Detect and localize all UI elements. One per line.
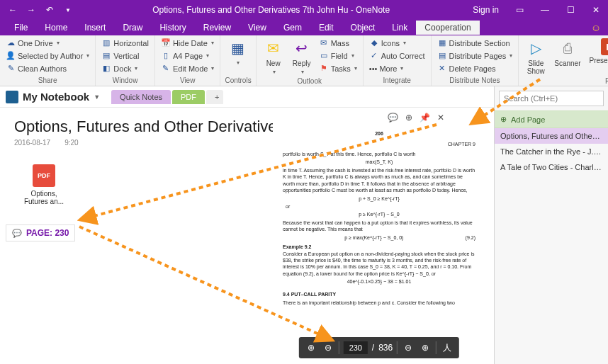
pv-acrobat-icon[interactable]: 人: [441, 342, 454, 354]
horizontal-button[interactable]: ▥Horizontal: [100, 37, 150, 49]
tasks-button[interactable]: ⚑Tasks▾: [317, 62, 359, 74]
menu-home[interactable]: Home: [36, 21, 76, 35]
reply-button[interactable]: ↩Reply▾: [289, 37, 315, 76]
pv-pin-icon[interactable]: 📌: [420, 113, 430, 123]
pv-add-icon[interactable]: ⊕: [405, 113, 412, 123]
horizontal-icon: ▥: [101, 38, 111, 48]
add-page-button[interactable]: ⊕Add Page: [495, 110, 608, 128]
hide-date-button[interactable]: 📅Hide Date▾: [159, 37, 216, 49]
pv-page-sep: /: [372, 343, 374, 353]
page-time: 9:20: [64, 139, 78, 147]
menu-insert[interactable]: Insert: [76, 21, 114, 35]
notebook-header: My Notebook ▼ Quick Notes PDF +: [0, 86, 494, 108]
minimize-icon[interactable]: —: [533, 0, 557, 20]
delete-pages-button[interactable]: ✕Delete Pages: [436, 62, 514, 74]
presentation-button[interactable]: PPresentation: [587, 37, 609, 66]
pv-comment-icon[interactable]: 💬: [388, 113, 398, 123]
pv-zoom-out-icon[interactable]: ⊖: [402, 343, 415, 353]
pdf-attach-label: Options, Futures an...: [23, 190, 65, 205]
icons-icon: ◆: [369, 38, 379, 48]
ribbon-options-icon[interactable]: ▭: [507, 0, 531, 20]
menu-review[interactable]: Review: [195, 21, 240, 35]
group-view-label: View: [159, 76, 216, 86]
field-icon: ▭: [319, 51, 329, 61]
a4-page-button[interactable]: ▯A4 Page▾: [159, 50, 216, 62]
onedrive-button[interactable]: ☁One Drive▾: [4, 37, 91, 49]
undo-icon[interactable]: ↶: [41, 1, 58, 18]
dock-button[interactable]: ◧Dock▾: [100, 62, 150, 74]
autocorrect-button[interactable]: ✓Auto Correct: [368, 50, 427, 62]
scanner-icon: ⎙: [558, 38, 578, 58]
group-outlook-label: Outlook: [261, 76, 359, 86]
slideshow-button[interactable]: ▷Slide Show: [523, 37, 548, 76]
delete-icon: ✕: [437, 64, 447, 74]
field-button[interactable]: ▭Field▾: [317, 50, 359, 62]
menu-gem[interactable]: Gem: [275, 21, 310, 35]
edit-mode-button[interactable]: ✎Edit Mode▾: [159, 62, 216, 74]
clean-icon: ✎: [6, 64, 16, 74]
pv-page-input[interactable]: [344, 341, 368, 354]
flag-icon: ⚑: [319, 64, 329, 74]
back-icon[interactable]: ←: [4, 1, 21, 18]
icons-button[interactable]: ◆Icons▾: [368, 37, 427, 49]
distribute-pages-button[interactable]: ▤Distribute Pages▾: [436, 50, 514, 62]
tab-quick-notes[interactable]: Quick Notes: [111, 90, 171, 104]
page-list-item[interactable]: Options, Futures and Other Deriva: [495, 128, 608, 144]
group-distribute-label: Distribute Notes: [436, 76, 514, 86]
scanner-button[interactable]: ⎙Scanner: [551, 37, 583, 69]
author-icon: 👤: [6, 51, 16, 61]
plus-icon: ⊕: [500, 115, 507, 124]
menu-object[interactable]: Object: [342, 21, 384, 35]
close-icon[interactable]: ✕: [584, 0, 608, 20]
pv-close-icon[interactable]: ✕: [437, 113, 444, 123]
menu-file[interactable]: File: [6, 21, 36, 35]
controls-button[interactable]: ▦▾: [225, 37, 250, 67]
page-canvas[interactable]: Options, Futures and Other Derivative 20…: [0, 108, 494, 364]
feedback-smiley-icon[interactable]: ☺: [591, 22, 601, 33]
tab-add[interactable]: +: [206, 90, 223, 104]
notebook-icon[interactable]: [6, 91, 18, 103]
distribute-section-button[interactable]: ▦Distribute Section: [436, 37, 514, 49]
group-window-label: Window: [100, 76, 150, 86]
search-input[interactable]: [499, 91, 604, 106]
menu-bar: File Home Insert Draw History Review Vie…: [0, 20, 608, 35]
maximize-icon[interactable]: ☐: [558, 0, 582, 20]
notebook-name[interactable]: My Notebook: [23, 91, 89, 103]
group-play-label: Play: [523, 76, 608, 86]
menu-history[interactable]: History: [151, 21, 194, 35]
sign-in-link[interactable]: Sign in: [466, 5, 506, 15]
selected-by-author-button[interactable]: 👤Selected by Author▾: [4, 50, 91, 62]
pv-zoom-in-icon[interactable]: ⊕: [419, 343, 432, 353]
new-mail-button[interactable]: ✉New▾: [261, 37, 286, 76]
mail-new-icon: ✉: [264, 38, 283, 58]
pv-page-up-icon[interactable]: ⊕: [305, 343, 317, 353]
calendar-icon: 📅: [161, 38, 171, 48]
menu-cooperation[interactable]: Cooperation: [416, 21, 479, 35]
menu-link[interactable]: Link: [383, 21, 416, 35]
page-list-item[interactable]: A Tale of Two Cities - Charles Dic: [495, 159, 608, 175]
tab-pdf[interactable]: PDF: [172, 90, 205, 104]
pv-page-total: 836: [378, 343, 393, 353]
qat-dropdown-icon[interactable]: ▼: [60, 1, 77, 18]
clean-authors-button[interactable]: ✎Clean Authors: [4, 62, 91, 74]
pdf-attachment[interactable]: PDF Options, Futures an...: [23, 164, 65, 205]
page-icon: ▯: [161, 51, 171, 61]
pv-expand-icon[interactable]: ⤢: [473, 113, 480, 123]
pdf-page-content: 206 CHAPTER 9 portfolio is worth S_T at …: [273, 126, 485, 311]
page-tag[interactable]: PAGE: 230: [6, 224, 75, 241]
menu-draw[interactable]: Draw: [114, 21, 151, 35]
page-list-item[interactable]: The Catcher in the Rye - J.D. Salin: [495, 144, 608, 159]
pv-page-down-icon[interactable]: ⊖: [322, 343, 334, 353]
menu-edit[interactable]: Edit: [310, 21, 342, 35]
page-list-sidebar: ⊕Add Page Options, Futures and Other Der…: [495, 86, 608, 364]
more-button[interactable]: ••• More▾: [368, 62, 427, 74]
reply-icon: ↩: [292, 38, 312, 58]
vertical-button[interactable]: ▤Vertical: [100, 50, 150, 62]
forward-icon[interactable]: →: [23, 1, 40, 18]
group-integrate-label: Integrate: [368, 76, 427, 86]
section-icon: ▦: [437, 38, 447, 48]
notebook-dropdown-icon[interactable]: ▼: [94, 93, 100, 101]
slideshow-icon: ▷: [526, 38, 546, 58]
menu-view[interactable]: View: [240, 21, 275, 35]
mass-button[interactable]: ✉Mass: [317, 37, 359, 49]
